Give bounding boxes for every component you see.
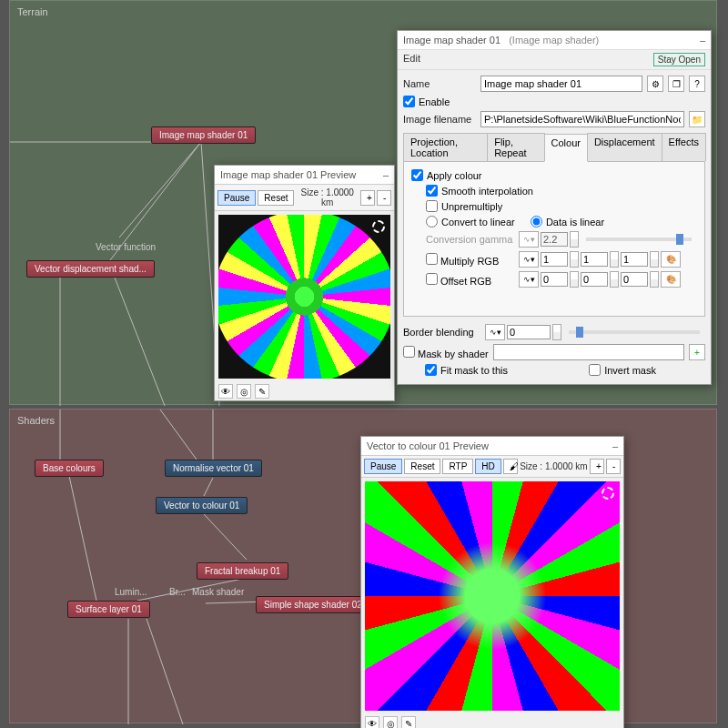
label-vector-function: Vector function: [96, 242, 156, 252]
preview2-titlebar[interactable]: Vector to colour 01 Preview –: [361, 437, 623, 456]
preview1-size-label: Size : 1.0000 km: [296, 187, 359, 207]
props-titlebar[interactable]: Image map shader 01 (Image map shader) –: [398, 31, 711, 50]
props-node-type: (Image map shader): [509, 35, 599, 46]
stay-open-button[interactable]: Stay Open: [653, 53, 705, 66]
node-normalise-vector[interactable]: Normalise vector 01: [165, 460, 262, 477]
edit-menu[interactable]: Edit: [403, 53, 420, 66]
filename-label: Image filename: [403, 114, 476, 125]
offset-r-input[interactable]: [541, 272, 568, 287]
brush-icon[interactable]: 🖌: [503, 459, 518, 474]
add-icon[interactable]: +: [689, 344, 705, 360]
border-slider[interactable]: [569, 330, 700, 334]
compass-icon[interactable]: [372, 220, 385, 233]
invert-mask-checkbox[interactable]: [589, 364, 601, 376]
target-icon[interactable]: ◎: [237, 384, 251, 399]
help-icon[interactable]: ?: [689, 76, 705, 92]
panel-title-shaders: Shaders: [10, 410, 716, 431]
minimize-icon[interactable]: –: [612, 440, 618, 451]
preview1-minus-button[interactable]: -: [377, 190, 391, 206]
curve-icon[interactable]: ✎: [401, 716, 416, 728]
preview1-image: [218, 215, 390, 379]
gamma-spinner: [570, 231, 579, 248]
offset-b-input[interactable]: [621, 272, 648, 287]
enable-checkbox[interactable]: [403, 96, 415, 107]
node-image-map-shader[interactable]: Image map shader 01: [151, 126, 256, 144]
properties-dialog[interactable]: Image map shader 01 (Image map shader) –…: [397, 30, 712, 385]
node-vector-to-colour[interactable]: Vector to colour 01: [156, 497, 248, 514]
name-label: Name: [403, 78, 476, 89]
preview2-size-label: Size : 1.0000 km: [520, 461, 588, 471]
curve-icon[interactable]: ∿▾: [485, 324, 505, 340]
name-input[interactable]: [480, 76, 642, 92]
preview1-pause-button[interactable]: Pause: [217, 190, 256, 206]
multiply-r-input[interactable]: [541, 252, 568, 267]
props-node-name: Image map shader 01: [403, 35, 500, 46]
preview2-image: [365, 481, 620, 711]
border-blending-label: Border blending: [403, 327, 483, 338]
preview2-minus-button[interactable]: -: [606, 459, 621, 474]
props-tabs: Projection, Location Flip, Repeat Colour…: [403, 133, 705, 162]
tab-displacement[interactable]: Displacement: [587, 133, 662, 161]
preview2-reset-button[interactable]: Reset: [404, 459, 440, 474]
preview2-rtp-button[interactable]: RTP: [442, 459, 473, 474]
target-icon[interactable]: ◎: [383, 716, 398, 728]
tab-flip-repeat[interactable]: Flip, Repeat: [487, 133, 544, 161]
enable-label: Enable: [419, 96, 450, 107]
preview1-plus-button[interactable]: +: [360, 190, 375, 206]
compass-icon[interactable]: [602, 487, 614, 500]
panel-title-terrain: Terrain: [10, 1, 716, 23]
preview2-pause-button[interactable]: Pause: [364, 459, 402, 474]
label-mask-shader: Mask shader: [192, 587, 244, 597]
node-surface-layer[interactable]: Surface layer 01: [67, 601, 150, 618]
label-br: Br...: [169, 587, 186, 597]
tab-pane-colour: Apply colour Smooth interpolation Unprem…: [403, 162, 705, 317]
convert-linear-radio[interactable]: [426, 216, 438, 228]
preview2-plus-button[interactable]: +: [590, 459, 604, 474]
eye-icon[interactable]: 👁: [218, 384, 233, 399]
multiply-b-input[interactable]: [621, 252, 648, 267]
tab-projection[interactable]: Projection, Location: [403, 133, 488, 161]
gamma-input: [541, 232, 568, 247]
apply-colour-checkbox[interactable]: [411, 169, 423, 181]
preview2-title: Vector to colour 01 Preview: [367, 440, 489, 451]
preview1-reset-button[interactable]: Reset: [258, 190, 294, 206]
minimize-icon[interactable]: –: [700, 35, 705, 46]
unpremultiply-checkbox[interactable]: [426, 200, 438, 212]
window-icon[interactable]: ❐: [668, 76, 684, 92]
node-base-colours[interactable]: Base colours: [35, 460, 104, 477]
multiply-rgb-checkbox[interactable]: [426, 253, 438, 265]
preview2-hd-button[interactable]: HD: [475, 459, 500, 474]
tab-effects[interactable]: Effects: [662, 133, 706, 161]
colour-picker-icon[interactable]: 🎨: [661, 271, 681, 288]
node-fractal-breakup[interactable]: Fractal breakup 01: [197, 562, 288, 580]
gear-icon[interactable]: ⚙: [647, 76, 663, 92]
mask-by-shader-checkbox[interactable]: [403, 346, 415, 358]
preview1-titlebar[interactable]: Image map shader 01 Preview –: [215, 166, 394, 185]
offset-g-input[interactable]: [581, 272, 608, 287]
border-spinner[interactable]: [552, 324, 561, 340]
multiply-g-input[interactable]: [581, 252, 608, 267]
gamma-slider: [586, 238, 692, 241]
preview-window-2[interactable]: Vector to colour 01 Preview – Pause Rese…: [360, 436, 624, 728]
preview1-title: Image map shader 01 Preview: [220, 169, 356, 180]
data-linear-radio[interactable]: [531, 216, 542, 228]
eye-icon[interactable]: 👁: [365, 716, 379, 728]
curve-icon: ∿▾: [519, 231, 539, 248]
curve-icon[interactable]: ∿▾: [519, 251, 539, 268]
node-simple-shape[interactable]: Simple shape shader 02: [256, 596, 370, 613]
border-blending-input[interactable]: [507, 325, 551, 339]
curve-icon[interactable]: ∿▾: [519, 271, 539, 288]
curve-icon[interactable]: ✎: [255, 384, 269, 399]
node-vector-displacement[interactable]: Vector displacement shad...: [26, 260, 155, 278]
colour-picker-icon[interactable]: 🎨: [661, 251, 681, 268]
tab-colour[interactable]: Colour: [544, 134, 588, 162]
offset-rgb-checkbox[interactable]: [426, 273, 438, 285]
label-lumin: Lumin...: [115, 587, 147, 597]
mask-shader-input[interactable]: [493, 344, 684, 360]
preview-window-1[interactable]: Image map shader 01 Preview – Pause Rese…: [214, 165, 395, 401]
smooth-interp-checkbox[interactable]: [426, 185, 438, 197]
fit-mask-checkbox[interactable]: [425, 364, 437, 376]
minimize-icon[interactable]: –: [383, 169, 389, 180]
filename-input[interactable]: [480, 111, 684, 127]
folder-icon[interactable]: 📁: [689, 111, 705, 127]
